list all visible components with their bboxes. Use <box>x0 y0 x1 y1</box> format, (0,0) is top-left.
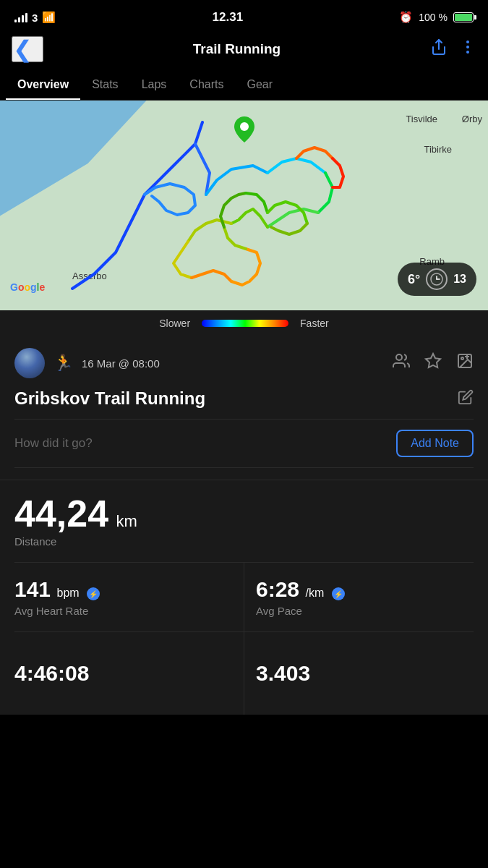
nav-actions <box>430 38 476 60</box>
heart-rate-unit: bpm <box>57 587 80 599</box>
status-time: 12.31 <box>213 10 244 25</box>
svg-point-2 <box>466 46 469 48</box>
activity-title-row: Gribskov Trail Running <box>14 388 474 409</box>
activity-date: 16 Mar @ 08:00 <box>82 357 384 370</box>
signal-icon <box>14 12 27 22</box>
svg-marker-7 <box>426 354 440 367</box>
pace-label: Avg Pace <box>256 605 474 617</box>
distance-unit: km <box>116 512 137 530</box>
nav-title: Trail Running <box>193 41 281 57</box>
add-note-button[interactable]: Add Note <box>396 430 474 457</box>
activity-meta: 🏃 16 Mar @ 08:00 <box>14 348 474 378</box>
activity-type-icon: 🏃 <box>53 354 73 373</box>
note-placeholder[interactable]: How did it go? <box>14 436 93 451</box>
label-tisvilde: Tisvilde <box>406 114 437 124</box>
status-right: ⏰ 100 % <box>399 11 474 24</box>
tabs-container: Overview Stats Laps Charts Gear <box>0 69 488 101</box>
network-label: 3 <box>32 12 38 24</box>
pace-indicator: 6° 13 <box>398 263 476 296</box>
distance-stat: 44,24 km Distance <box>14 480 474 563</box>
status-left: 3 📶 <box>14 11 56 24</box>
map-container[interactable]: Tisvilde Tibirke Ørby Ramb Asserbo <box>0 101 488 310</box>
svg-point-4 <box>240 122 249 131</box>
time-calories-row: 4:46:08 3.403 <box>14 632 474 715</box>
alarm-icon: ⏰ <box>399 11 413 24</box>
note-row: How did it go? Add Note <box>14 419 474 468</box>
avatar <box>14 348 45 378</box>
speed-gradient-bar <box>202 320 288 327</box>
edit-icon[interactable] <box>458 389 474 409</box>
heart-rate-value: 141 <box>14 577 51 601</box>
pace-number: 13 <box>453 273 466 286</box>
svg-point-6 <box>396 354 402 360</box>
tab-charts[interactable]: Charts <box>178 69 235 100</box>
time-stat: 4:46:08 <box>14 632 244 715</box>
label-orby: Ørby <box>462 114 482 124</box>
start-marker <box>234 116 254 145</box>
tab-laps[interactable]: Laps <box>130 69 179 100</box>
activity-title: Gribskov Trail Running <box>14 388 205 409</box>
avatar-image <box>14 348 45 378</box>
calories-stat: 3.403 <box>244 632 474 715</box>
speed-legend: Slower Faster <box>0 310 488 336</box>
tab-overview[interactable]: Overview <box>6 69 80 100</box>
slower-label: Slower <box>159 318 190 329</box>
degree-value: 6° <box>408 272 420 287</box>
pace-circle <box>426 268 448 290</box>
pace-icon <box>332 587 345 600</box>
activity-section: 🏃 16 Mar @ 08:00 <box>0 336 488 480</box>
time-value: 4:46:08 <box>14 661 89 685</box>
calories-value: 3.403 <box>256 661 310 685</box>
pace-unit: /km <box>306 587 325 599</box>
share-button[interactable] <box>430 38 448 60</box>
svg-point-3 <box>466 51 469 54</box>
add-photo-icon[interactable] <box>456 352 474 374</box>
battery-percent: 100 % <box>419 12 448 23</box>
google-logo: Google <box>10 281 45 293</box>
wifi-icon: 📶 <box>42 11 56 24</box>
pace-value: 6:28 <box>256 577 299 601</box>
label-tibirke: Tibirke <box>424 144 452 155</box>
pace-stat: 6:28 /km Avg Pace <box>244 563 474 631</box>
back-button[interactable]: ❮ <box>12 36 43 62</box>
svg-point-9 <box>461 357 463 359</box>
battery-icon <box>453 12 474 22</box>
meta-icons <box>393 352 474 374</box>
group-icon[interactable] <box>393 352 410 374</box>
tab-stats[interactable]: Stats <box>80 69 129 100</box>
tab-gear[interactable]: Gear <box>235 69 284 100</box>
heart-rate-label: Avg Heart Rate <box>14 605 232 617</box>
heart-pace-row: 141 bpm Avg Heart Rate 6:28 /km Avg Pace <box>14 563 474 632</box>
star-icon[interactable] <box>424 352 442 374</box>
label-asserbo: Asserbo <box>72 271 107 281</box>
faster-label: Faster <box>300 318 329 329</box>
more-button[interactable] <box>459 38 476 60</box>
status-bar: 3 📶 12.31 ⏰ 100 % <box>0 0 488 32</box>
svg-point-1 <box>466 41 469 43</box>
heart-rate-stat: 141 bpm Avg Heart Rate <box>14 563 244 631</box>
heart-rate-icon <box>87 587 100 600</box>
distance-value: 44,24 <box>14 493 108 535</box>
distance-label: Distance <box>14 535 474 548</box>
stats-section: 44,24 km Distance 141 bpm Avg Heart Rate… <box>0 480 488 715</box>
nav-bar: ❮ Trail Running <box>0 32 488 69</box>
